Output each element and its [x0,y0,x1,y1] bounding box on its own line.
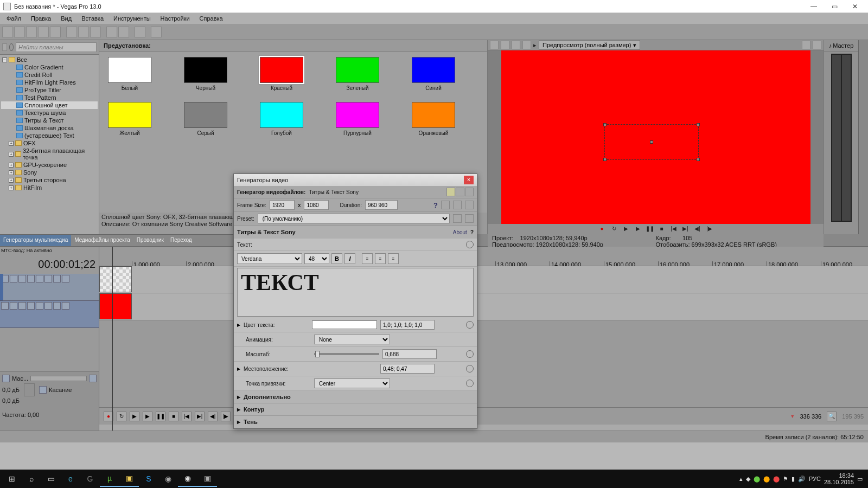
bl-slider[interactable] [30,376,87,381]
tray-clock[interactable]: 18:3428.10.2015 [824,472,854,485]
preview-canvas[interactable] [501,50,810,224]
video-track-header-2[interactable] [0,301,99,328]
tree-expand-icon[interactable]: + [9,163,14,168]
menu-help[interactable]: Справка [195,14,227,23]
track-lane[interactable] [99,293,868,320]
timecode-display[interactable]: 00:00:01;22 [0,254,99,274]
pv-stop-icon[interactable]: ■ [658,224,666,233]
tr-zoom-icon[interactable]: 🔍 [827,412,837,421]
preset-item[interactable]: Синий [412,57,455,91]
preset-item[interactable]: Серый [184,102,227,136]
tb-props-icon[interactable] [50,27,61,37]
preset-item[interactable]: Оранжевый [412,102,455,136]
plugin-search-input[interactable] [16,42,97,52]
font-dropdown[interactable]: Verdana [237,253,302,264]
track-lane[interactable] [99,266,868,293]
tr-play-icon[interactable]: ▶ [143,412,152,421]
tree-item[interactable]: Color Gradient [24,64,63,70]
preset-item[interactable]: Красный [260,57,303,91]
tray-icon[interactable]: ⬤ [773,476,780,483]
tr-stop-icon[interactable]: ■ [169,412,178,421]
align-center-icon[interactable]: ≡ [375,253,386,264]
th-bypass-icon[interactable] [10,275,17,282]
dialog-titlebar[interactable]: Генераторы видео × [234,174,477,186]
animation-dropdown[interactable]: None [314,335,390,344]
tree-item[interactable]: Test Pattern [24,94,56,101]
search-icon[interactable]: ⌕ [22,471,41,487]
color-value[interactable]: 1,0; 1,0; 1,0; 1,0 [380,320,435,330]
steam-icon[interactable]: ◉ [158,471,178,487]
plugin-tree[interactable]: −Все Color Gradient Credit Roll HitFilm … [0,55,99,234]
menu-tools[interactable]: Инструменты [109,14,155,23]
text-input[interactable]: ТЕКСТ [237,268,474,317]
tr-start-icon[interactable]: |◀ [182,412,192,421]
tree-expand-icon[interactable]: + [9,178,14,183]
menu-insert[interactable]: Вставка [77,14,108,23]
th-solo-icon[interactable] [44,275,52,282]
chain-btn-icon[interactable] [446,188,455,196]
frame-height-input[interactable] [304,200,329,210]
duration-input[interactable] [365,200,398,210]
skype-icon[interactable]: S [139,471,158,487]
menu-edit[interactable]: Правка [27,14,55,23]
pv-loop-icon[interactable]: ↻ [610,224,618,233]
tr-end-icon[interactable]: ▶| [195,412,205,421]
th-fx-icon[interactable] [18,302,26,310]
preset-item[interactable]: Пурпурный [336,102,379,136]
tray-icon[interactable]: ◆ [746,476,750,483]
tb-redo-icon[interactable] [118,27,129,37]
fontsize-dropdown[interactable]: 48 [304,253,329,264]
th-automation-icon[interactable] [27,275,35,282]
pv-overlay-icon[interactable] [512,41,520,49]
tb-undo-icon[interactable] [106,27,117,37]
tray-notifications-icon[interactable]: ▭ [857,476,863,483]
color-swatch[interactable] [312,320,377,329]
refresh-icon[interactable] [2,43,7,51]
tray-language[interactable]: РУС [809,476,821,482]
taskview-icon[interactable]: ▭ [41,471,61,487]
add-chain-icon[interactable] [441,201,450,209]
pv-copy-icon[interactable] [802,41,810,49]
pv-play-icon[interactable]: ▶ [634,224,642,233]
vegas-icon[interactable]: ▣ [197,471,217,487]
expand-icon[interactable]: ▶ [237,367,240,371]
italic-button[interactable]: I [344,253,355,264]
edge-icon[interactable]: e [61,471,80,487]
preview-quality-dropdown[interactable]: Предпросмотр (полный размер) ▾ [539,40,640,50]
utorrent-icon[interactable]: µ [100,471,119,487]
th-automation-icon[interactable] [27,302,35,310]
preset-item[interactable]: Черный [184,57,227,91]
preset-item[interactable]: Желтый [108,102,151,136]
fader-icon[interactable] [24,383,35,396]
timeline-ruler[interactable]: 1 000 0002 000 0003 000 00012 000 00013 … [99,247,868,266]
expand-icon[interactable]: ▶ [237,323,240,328]
tree-expand-icon[interactable]: + [9,185,14,190]
keyframe-icon[interactable] [466,241,474,248]
tree-item[interactable]: (устаревшее) Text [24,132,74,139]
pv-ext-icon[interactable] [490,41,499,49]
start-button[interactable]: ⊞ [2,471,22,487]
tree-collapse-icon[interactable]: − [2,57,7,62]
expand-shadow[interactable]: ▶Тень [234,416,477,428]
about-link[interactable]: About [453,229,467,235]
pv-goend-icon[interactable]: ▶| [681,224,690,233]
pv-nextframe-icon[interactable]: |▶ [705,224,714,233]
section-help-icon[interactable]: ? [470,229,474,235]
th-number-icon[interactable] [1,302,9,310]
tr-next-icon[interactable]: |▶ [221,412,231,421]
tray-icon[interactable]: ⚑ [783,476,788,483]
tree-expand-icon[interactable]: + [9,152,14,157]
bold-button[interactable]: B [331,253,342,264]
tab-media[interactable]: Медиафайлы проекта [71,235,133,246]
pv-prevframe-icon[interactable]: ◀| [693,224,702,233]
grid-view-icon[interactable] [465,188,474,196]
keyframe-icon[interactable] [466,365,474,373]
help-icon[interactable]: ? [433,201,438,209]
menu-settings[interactable]: Настройки [156,14,194,23]
tree-folder[interactable]: Sony [23,169,37,176]
tree-root[interactable]: Все [17,56,27,63]
tree-folder[interactable]: HitFilm [23,184,42,191]
bl-touch-icon[interactable] [39,386,47,394]
tree-item[interactable]: Шахматная доска [24,125,74,131]
text-clip[interactable] [99,266,132,292]
